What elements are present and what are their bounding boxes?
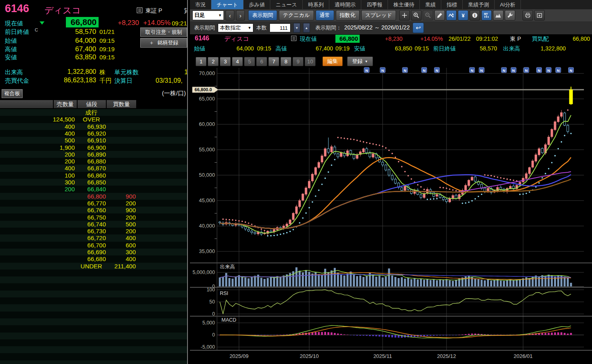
sar-dot <box>238 220 240 222</box>
composite-board-button[interactable]: 複合板 <box>2 89 23 98</box>
chart-preset-button[interactable]: 2 <box>208 57 219 66</box>
chart-preset-button[interactable]: 4 <box>232 57 243 66</box>
menu-tab[interactable]: 業績 <box>420 0 441 9</box>
order-book-row[interactable]: 66,680400 <box>0 255 187 262</box>
menu-tab[interactable]: 歩み値 <box>244 0 270 9</box>
volume-bar <box>283 276 285 287</box>
volume-bar <box>222 277 224 287</box>
zoom-out-icon[interactable] <box>423 10 433 21</box>
trade-caution-button[interactable]: 取引注意・規制 <box>140 27 187 37</box>
order-book-row[interactable]: 成行 <box>0 109 187 116</box>
macd-histogram-bar <box>557 332 559 335</box>
order-book-row[interactable]: 66,690300 <box>0 249 187 255</box>
macd-histogram-bar <box>362 335 364 336</box>
order-book-row[interactable]: 66,750200 <box>0 214 187 221</box>
sar-dot <box>541 177 543 179</box>
toolbar-button[interactable]: 通常 <box>316 10 334 21</box>
mountain-icon[interactable] <box>493 10 504 21</box>
timeframe-select[interactable]: 日足 ▼ <box>192 10 224 20</box>
price: 成行 <box>77 109 106 116</box>
order-book-row[interactable]: UNDER211,400 <box>0 263 187 270</box>
order-book-row[interactable]: 66,740500 <box>0 221 187 228</box>
edit-button[interactable]: 編集 <box>322 56 343 66</box>
order-book-row[interactable]: 30066,850 <box>0 179 187 186</box>
prev-button[interactable]: ‹ <box>225 10 234 21</box>
chart-preset-button[interactable]: 10 <box>305 57 316 66</box>
yen-icon[interactable]: ¥ <box>458 10 468 21</box>
order-book-row[interactable]: 10066,860 <box>0 172 187 179</box>
menu-tab[interactable]: 四季報 <box>361 0 388 9</box>
menu-tab[interactable]: 適時開示 <box>329 0 361 9</box>
count-down-button[interactable]: ▼ <box>293 23 300 33</box>
sell-qty-header: 売数量 <box>54 100 77 108</box>
order-book-row[interactable]: 66,720400 <box>0 234 187 241</box>
order-book-row[interactable]: 66,700600 <box>0 242 187 249</box>
sar-dot <box>474 198 476 200</box>
sar-dot <box>503 178 505 180</box>
menu-tab[interactable]: AI分析 <box>495 0 521 9</box>
order-book-row[interactable]: 20066,840 <box>0 186 187 192</box>
volume-bar <box>509 280 511 287</box>
order-book-row[interactable]: 1,90066,900 <box>0 144 187 151</box>
chart-preset-button[interactable]: 7 <box>268 57 279 66</box>
reset-range-button[interactable]: ↩ <box>413 23 424 33</box>
order-book-row[interactable]: 20066,880 <box>0 158 187 165</box>
crosshair-plus-icon[interactable] <box>399 10 410 21</box>
menu-tab[interactable]: 業績予測 <box>463 0 495 9</box>
chart-preset-button[interactable]: 8 <box>280 57 291 66</box>
info-icon[interactable]: i <box>470 10 480 21</box>
price-chart[interactable]: 2025/092025/102025/112025/122026/0170,00… <box>190 67 592 364</box>
sar-dot <box>420 186 422 188</box>
order-book-row[interactable]: 40066,930 <box>0 123 187 130</box>
order-book-row[interactable]: 66,800900 <box>0 193 187 200</box>
period-bar: 表示期間 本数指定 ▼ 本数 ▼ ▲ 表示期間： 2025/08/22 ～ 20… <box>190 21 592 34</box>
menu-tab[interactable]: 時系列 <box>303 0 329 9</box>
order-book-row[interactable]: 40066,870 <box>0 165 187 172</box>
board-list-icon[interactable] <box>137 7 143 15</box>
chart-preset-button[interactable]: 5 <box>244 57 255 66</box>
order-book-row[interactable]: 66,770200 <box>0 200 187 207</box>
menu-tab[interactable]: 指標 <box>441 0 463 9</box>
macd-histogram-bar <box>455 335 457 335</box>
price: UNDER <box>77 263 106 270</box>
chart-preset-button[interactable]: 1 <box>196 57 206 66</box>
chart-preset-button[interactable]: 6 <box>256 57 267 66</box>
svg-text:N: N <box>557 68 560 73</box>
count-mode-select[interactable]: 本数指定 ▼ <box>218 23 253 32</box>
volume-bar <box>235 277 237 287</box>
chart-preset-button[interactable]: 9 <box>293 57 303 66</box>
order-book-row[interactable]: 50066,910 <box>0 137 187 144</box>
chart-preset-button[interactable]: 3 <box>220 57 231 66</box>
window-restore-icon[interactable] <box>534 10 545 21</box>
toolbar-button[interactable]: テクニカル <box>279 10 314 21</box>
order-book-row[interactable]: 66,760900 <box>0 207 187 213</box>
count-up-button[interactable]: ▲ <box>303 23 310 33</box>
order-book-row[interactable]: 124,500OVER <box>0 116 187 123</box>
toolbar-button[interactable]: 指数化 <box>336 10 360 21</box>
menu-tab[interactable]: 株主優待 <box>388 0 420 9</box>
margin-flag: 貸 <box>184 7 187 15</box>
svg-text:55,000: 55,000 <box>199 146 215 153</box>
register-symbol-button[interactable]: ＋銘柄登録 <box>140 38 187 48</box>
sar-dot <box>529 191 531 193</box>
toolbar-button[interactable]: 表示期間 <box>248 10 277 21</box>
settlement-value: 03/31,09, <box>156 77 183 84</box>
zoom-in-icon[interactable] <box>411 10 421 21</box>
board-list-icon[interactable] <box>291 36 297 42</box>
wrench-icon[interactable] <box>505 10 515 21</box>
menu-tab[interactable]: チャート <box>211 0 244 9</box>
my-indicator-icon[interactable]: MY <box>481 10 492 21</box>
register-dropdown-button[interactable]: 登録▼ <box>347 56 373 66</box>
order-book-row[interactable]: 40066,920 <box>0 130 187 137</box>
pencil-icon[interactable] <box>434 10 445 21</box>
volume-bar <box>353 275 355 287</box>
trend-cursor-icon[interactable] <box>446 10 457 21</box>
order-book-row[interactable]: 66,730200 <box>0 228 187 234</box>
printer-icon[interactable] <box>522 10 533 21</box>
order-book-row[interactable]: 20066,890 <box>0 151 187 158</box>
toolbar-button[interactable]: スプレッド <box>361 10 396 21</box>
menu-tab[interactable]: ニュース <box>270 0 303 9</box>
next-button[interactable]: › <box>236 10 245 21</box>
bar-count-input[interactable] <box>270 23 291 32</box>
menu-tab[interactable]: 市況 <box>190 0 211 9</box>
